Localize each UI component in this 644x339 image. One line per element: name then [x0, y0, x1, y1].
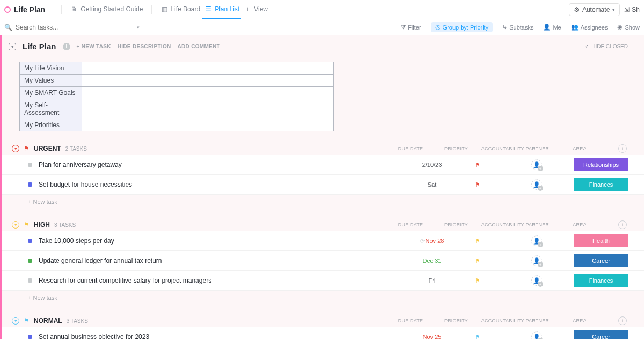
- show-label: Show: [625, 24, 640, 31]
- add-column-button[interactable]: +: [618, 220, 627, 229]
- add-comment-link[interactable]: ADD COMMENT: [178, 43, 220, 49]
- hide-closed-toggle[interactable]: ✓ HIDE CLOSED: [584, 43, 628, 50]
- task-area[interactable]: Finances: [574, 178, 628, 191]
- task-accountability[interactable]: 👤: [499, 179, 574, 190]
- table-row[interactable]: My Values: [20, 75, 334, 87]
- group-collapse-button[interactable]: ▾: [12, 221, 19, 229]
- task-due-date[interactable]: Dec 31: [408, 257, 456, 264]
- task-area[interactable]: Finances: [574, 274, 628, 287]
- tab-plan-list[interactable]: ☰ Plan List: [202, 0, 241, 19]
- automate-button[interactable]: ⚙ Automate ▾: [569, 3, 620, 16]
- task-priority[interactable]: ⚑: [456, 161, 499, 168]
- task-accountability[interactable]: 👤: [499, 235, 574, 246]
- plan-row-value[interactable]: [82, 75, 334, 87]
- add-person-icon[interactable]: 👤: [531, 159, 542, 170]
- status-box[interactable]: [28, 278, 32, 283]
- tab-add-view[interactable]: + View: [241, 0, 270, 19]
- new-task-button[interactable]: + New task: [0, 195, 644, 209]
- task-row[interactable]: Set budget for house necessities Sat ⚑ 👤…: [0, 175, 644, 195]
- task-row[interactable]: Research for current competitive salary …: [0, 271, 644, 291]
- task-priority[interactable]: ⚑: [456, 257, 499, 264]
- subtasks-button[interactable]: ↳ Subtasks: [502, 24, 533, 31]
- task-row[interactable]: Take 10,000 steps per day ⟳Nov 28 ⚑ 👤 He…: [0, 231, 644, 251]
- task-area[interactable]: Career: [574, 254, 628, 267]
- group-header: ▾ ⚑ NORMAL 3 TASKS DUE DATE PRIORITY ACC…: [0, 314, 644, 327]
- collapse-button[interactable]: ▾: [9, 43, 16, 50]
- task-due-date[interactable]: 2/10/23: [408, 161, 456, 168]
- task-accountability[interactable]: 👤: [499, 331, 574, 339]
- tab-life-board[interactable]: ▥ Life Board: [158, 0, 202, 19]
- task-accountability[interactable]: 👤: [499, 275, 574, 286]
- new-task-button[interactable]: + New task: [0, 291, 644, 305]
- plan-row-label: My Self-Assessment: [20, 99, 82, 119]
- toolbar: 🔍 ▾ ⧩ Filter ◎ Group by: Priority ↳ Subt…: [0, 19, 644, 35]
- group-by-label: Group by: Priority: [443, 24, 489, 31]
- share-label: Sh: [632, 6, 640, 13]
- task-due-date[interactable]: Sat: [408, 181, 456, 188]
- chevron-down-icon[interactable]: ▾: [137, 25, 140, 30]
- task-row[interactable]: Set annual business objective for 2023 N…: [0, 327, 644, 339]
- task-area[interactable]: Health: [574, 234, 628, 247]
- task-due-date[interactable]: Nov 25: [408, 334, 456, 339]
- task-title: Research for current competitive salary …: [39, 277, 408, 284]
- new-task-link[interactable]: + NEW TASK: [77, 43, 111, 49]
- list-icon: ☰: [204, 5, 212, 13]
- search-input[interactable]: [16, 24, 75, 31]
- group-name: URGENT: [34, 145, 61, 152]
- add-column-button[interactable]: +: [618, 144, 627, 153]
- add-person-icon[interactable]: 👤: [531, 275, 542, 286]
- group-collapse-button[interactable]: ▾: [12, 317, 19, 325]
- col-priority: PRIORITY: [435, 222, 478, 227]
- task-due-date[interactable]: ⟳Nov 28: [408, 238, 456, 244]
- task-accountability[interactable]: 👤: [499, 255, 574, 266]
- task-priority[interactable]: ⚑: [456, 238, 499, 245]
- space-name[interactable]: Life Plan: [14, 5, 45, 14]
- area-tag: Career: [574, 330, 628, 339]
- share-button[interactable]: ⇲ Sh: [624, 6, 640, 13]
- task-area[interactable]: Relationships: [574, 158, 628, 171]
- flag-icon: ⚑: [475, 181, 480, 188]
- plan-row-value[interactable]: [82, 87, 334, 99]
- status-box[interactable]: [28, 163, 32, 167]
- me-button[interactable]: 👤 Me: [543, 24, 561, 31]
- task-priority[interactable]: ⚑: [456, 334, 499, 340]
- status-box[interactable]: [28, 259, 32, 263]
- group-collapse-button[interactable]: ▾: [12, 145, 19, 152]
- task-priority[interactable]: ⚑: [456, 277, 499, 284]
- filter-button[interactable]: ⧩ Filter: [401, 24, 421, 31]
- status-box[interactable]: [28, 182, 32, 187]
- add-person-icon[interactable]: 👤: [531, 179, 542, 190]
- tab-label: Getting Started Guide: [80, 5, 143, 13]
- task-due-date[interactable]: Fri: [408, 277, 456, 284]
- add-column-button[interactable]: +: [618, 316, 627, 325]
- add-person-icon[interactable]: 👤: [531, 235, 542, 246]
- task-row[interactable]: Plan for anniversary getaway 2/10/23 ⚑ 👤…: [0, 155, 644, 175]
- info-icon[interactable]: i: [63, 43, 70, 50]
- col-priority: PRIORITY: [435, 146, 478, 151]
- task-row[interactable]: Update general ledger for annual tax ret…: [0, 251, 644, 271]
- search-bar[interactable]: 🔍 ▾: [4, 24, 140, 31]
- eye-icon: ◉: [617, 24, 623, 31]
- plan-row-value[interactable]: [82, 62, 334, 75]
- plan-row-value[interactable]: [82, 99, 334, 119]
- plan-row-label: My Values: [20, 75, 82, 87]
- share-icon: ⇲: [624, 6, 630, 13]
- assignees-button[interactable]: 👥 Assignees: [571, 24, 608, 31]
- task-area[interactable]: Career: [574, 330, 628, 339]
- table-row[interactable]: My Self-Assessment: [20, 99, 334, 119]
- task-accountability[interactable]: 👤: [499, 159, 574, 170]
- table-row[interactable]: My Life Vision: [20, 62, 334, 75]
- hide-description-link[interactable]: HIDE DESCRIPTION: [118, 43, 171, 49]
- board-icon: ▥: [160, 5, 168, 13]
- table-row[interactable]: My SMART Goals: [20, 87, 334, 99]
- table-row[interactable]: My Priorities: [20, 119, 334, 131]
- task-priority[interactable]: ⚑: [456, 181, 499, 188]
- group-by-button[interactable]: ◎ Group by: Priority: [431, 22, 493, 32]
- plan-row-value[interactable]: [82, 119, 334, 131]
- add-person-icon[interactable]: 👤: [531, 331, 542, 339]
- status-box[interactable]: [28, 239, 32, 243]
- show-button[interactable]: ◉ Show: [617, 24, 640, 31]
- add-person-icon[interactable]: 👤: [531, 255, 542, 266]
- status-box[interactable]: [28, 335, 32, 339]
- tab-getting-started[interactable]: 🗎 Getting Started Guide: [68, 0, 145, 19]
